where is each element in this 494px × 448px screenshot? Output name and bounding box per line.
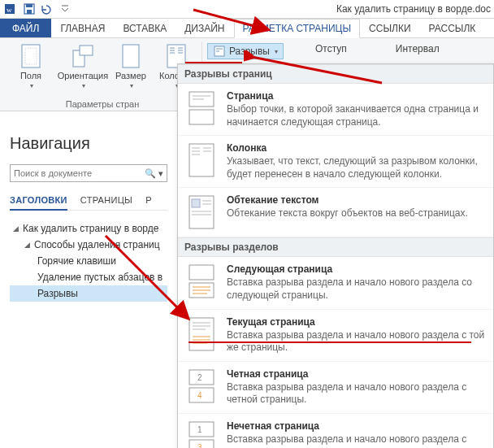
chevron-down-icon: ▾ bbox=[82, 82, 85, 89]
menu-item-desc: Указывает, что текст, следующий за разры… bbox=[227, 155, 485, 181]
svg-text:2: 2 bbox=[197, 373, 202, 382]
undo-icon[interactable] bbox=[39, 1, 55, 17]
menu-item-even-page[interactable]: 24 Четная страницаВставка разрыва раздел… bbox=[178, 362, 493, 414]
svg-rect-10 bbox=[123, 45, 139, 67]
breaks-icon bbox=[213, 45, 226, 58]
orientation-icon bbox=[72, 43, 94, 69]
tree-item[interactable]: ◢Как удалить страницу в ворде bbox=[10, 220, 167, 237]
tab-insert[interactable]: ВСТАВКА bbox=[114, 19, 176, 37]
even-page-icon: 24 bbox=[186, 368, 217, 404]
chevron-down-icon: ▾ bbox=[30, 82, 33, 89]
navigation-title: Навигация bbox=[10, 134, 167, 153]
breaks-button[interactable]: Разрывы ▾ bbox=[207, 43, 284, 59]
page-setup-group-label: Параметры стран bbox=[8, 98, 197, 111]
nav-tab-pages[interactable]: СТРАНИЦЫ bbox=[80, 195, 132, 205]
tree-item[interactable]: Горячие клавиши bbox=[10, 253, 167, 269]
breaks-dropdown-menu: Разрывы страниц СтраницаВыбор точки, в к… bbox=[177, 63, 494, 448]
search-icon: 🔍 ▾ bbox=[145, 168, 163, 179]
menu-item-textwrap[interactable]: Обтекание текстомОбтекание текста вокруг… bbox=[178, 188, 493, 237]
nav-tab-results[interactable]: Р bbox=[145, 195, 152, 205]
menu-item-title: Обтекание текстом bbox=[227, 194, 468, 206]
menu-item-title: Страница bbox=[227, 90, 485, 102]
menu-item-column[interactable]: КолонкаУказывает, что текст, следующий з… bbox=[178, 136, 493, 188]
tree-item-label: Как удалить страницу в ворде bbox=[23, 223, 158, 234]
menu-section-page-breaks: Разрывы страниц bbox=[178, 64, 493, 84]
menu-item-continuous[interactable]: Текущая страницаВставка разрыва раздела … bbox=[178, 310, 493, 362]
qat-customize-icon[interactable] bbox=[57, 1, 73, 17]
caret-icon: ◢ bbox=[24, 241, 32, 249]
navigation-tabs: ЗАГОЛОВКИ СТРАНИЦЫ Р bbox=[10, 195, 167, 211]
page-setup-group: Поля▾ Ориентация▾ Размер▾ Колонки▾ Парам… bbox=[3, 41, 202, 111]
ribbon-tabs: ФАЙЛ ГЛАВНАЯ ВСТАВКА ДИЗАЙН РАЗМЕТКА СТР… bbox=[0, 19, 494, 38]
breaks-label: Разрывы bbox=[229, 46, 270, 57]
navigation-pane: Навигация Поиск в документе 🔍 ▾ ЗАГОЛОВК… bbox=[0, 111, 177, 302]
svg-rect-22 bbox=[189, 110, 214, 124]
size-button[interactable]: Размер▾ bbox=[112, 41, 150, 89]
chevron-down-icon: ▾ bbox=[130, 82, 133, 89]
tab-references[interactable]: ССЫЛКИ bbox=[360, 19, 419, 37]
tab-mailings[interactable]: РАССЫЛК bbox=[420, 19, 485, 37]
caret-icon: ◢ bbox=[13, 224, 21, 233]
tab-design[interactable]: ДИЗАЙН bbox=[176, 19, 233, 37]
highlight-underline bbox=[188, 341, 471, 343]
indent-label: Отступ bbox=[315, 43, 347, 54]
tree-item-label: Удаление пустых абзацев в bbox=[37, 272, 162, 283]
tab-page-layout[interactable]: РАЗМЕТКА СТРАНИЦЫ bbox=[234, 19, 361, 38]
svg-rect-4 bbox=[27, 10, 32, 14]
search-placeholder: Поиск в документе bbox=[14, 168, 92, 178]
chevron-down-icon: ▾ bbox=[275, 48, 278, 55]
save-icon[interactable] bbox=[21, 1, 37, 17]
orientation-label: Ориентация bbox=[58, 71, 108, 80]
column-break-icon bbox=[186, 142, 217, 178]
menu-item-title: Следующая страница bbox=[227, 263, 485, 275]
tree-item-selected[interactable]: Разрывы bbox=[10, 285, 167, 302]
tree-item[interactable]: Удаление пустых абзацев в bbox=[10, 269, 167, 285]
svg-rect-25 bbox=[189, 144, 214, 176]
menu-item-page[interactable]: СтраницаВыбор точки, в которой заканчива… bbox=[178, 84, 493, 136]
title-bar: w Как удалить страницу в ворде.doc bbox=[0, 0, 494, 19]
tab-home[interactable]: ГЛАВНАЯ bbox=[51, 19, 114, 37]
orientation-button[interactable]: Ориентация▾ bbox=[60, 41, 106, 89]
tree-item-label: Разрывы bbox=[37, 288, 78, 299]
spacing-label: Интервал bbox=[396, 43, 440, 54]
margins-icon bbox=[21, 43, 41, 69]
next-page-icon bbox=[186, 263, 217, 299]
margins-label: Поля bbox=[20, 71, 41, 80]
word-app-icon[interactable]: w bbox=[3, 1, 20, 17]
page-break-icon bbox=[186, 90, 217, 126]
headings-tree: ◢Как удалить страницу в ворде ◢Способы у… bbox=[10, 220, 167, 302]
menu-item-desc: Вставка разрыва раздела и начало нового … bbox=[227, 381, 485, 407]
tree-item-label: Горячие клавиши bbox=[37, 255, 116, 267]
menu-item-title: Четная страница bbox=[227, 368, 485, 380]
menu-item-title: Нечетная страница bbox=[227, 420, 466, 432]
svg-text:4: 4 bbox=[197, 391, 202, 400]
svg-text:w: w bbox=[6, 6, 12, 14]
text-wrap-icon bbox=[186, 194, 217, 230]
menu-item-desc: Вставка разрыва раздела и начало нового … bbox=[227, 276, 485, 302]
svg-text:1: 1 bbox=[197, 425, 202, 434]
nav-tab-headings[interactable]: ЗАГОЛОВКИ bbox=[10, 195, 67, 211]
menu-item-title: Колонка bbox=[227, 142, 485, 154]
size-icon bbox=[122, 43, 140, 69]
menu-item-title: Текущая страница bbox=[227, 316, 485, 328]
size-label: Размер bbox=[115, 71, 146, 80]
menu-item-desc: Обтекание текста вокруг объектов на веб-… bbox=[227, 207, 468, 220]
tree-item[interactable]: ◢Способы удаления страниц bbox=[10, 237, 167, 253]
menu-item-next-page[interactable]: Следующая страницаВставка разрыва раздел… bbox=[178, 257, 493, 309]
svg-rect-3 bbox=[26, 4, 32, 7]
menu-item-desc: Вставка разрыва раздела и начало нового … bbox=[227, 433, 466, 446]
svg-rect-37 bbox=[189, 265, 214, 280]
menu-item-desc: Выбор точки, в которой заканчивается одн… bbox=[227, 103, 485, 128]
menu-section-section-breaks: Разрывы разделов bbox=[178, 237, 493, 257]
margins-button[interactable]: Поля▾ bbox=[8, 41, 54, 89]
svg-rect-9 bbox=[80, 46, 93, 55]
menu-item-odd-page[interactable]: 13 Нечетная страницаВставка разрыва разд… bbox=[178, 414, 493, 448]
tree-item-label: Способы удаления страниц bbox=[34, 239, 160, 250]
search-input[interactable]: Поиск в документе 🔍 ▾ bbox=[10, 164, 167, 182]
odd-page-icon: 13 bbox=[186, 420, 217, 448]
quick-access-toolbar: w bbox=[3, 1, 73, 17]
continuous-icon bbox=[186, 316, 217, 352]
highlight-underline bbox=[185, 62, 242, 63]
tab-file[interactable]: ФАЙЛ bbox=[0, 19, 51, 37]
document-title: Как удалить страницу в ворде.doc bbox=[336, 3, 491, 15]
